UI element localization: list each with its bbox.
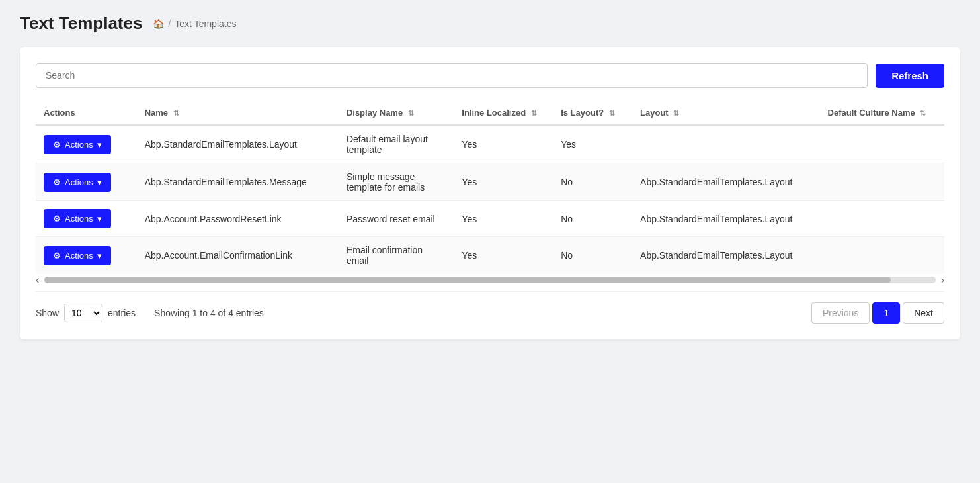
row-inline-cell: Yes	[454, 125, 553, 163]
horizontal-scrollbar[interactable]	[44, 277, 935, 283]
gear-icon	[53, 140, 61, 150]
row-defcult-cell	[820, 163, 944, 201]
actions-label: Actions	[65, 214, 93, 224]
row-name-cell: Abp.StandardEmailTemplates.Layout	[137, 125, 339, 163]
table-row: Actions Abp.Account.PasswordResetLink Pa…	[36, 201, 944, 237]
entries-label: entries	[108, 308, 136, 318]
actions-button[interactable]: Actions	[44, 246, 111, 265]
sort-icon-defcult[interactable]: ⇅	[920, 109, 926, 118]
col-header-layout: Layout ⇅	[632, 101, 819, 125]
main-card: Refresh Actions Name ⇅ Display Name ⇅	[20, 47, 960, 339]
row-inline-cell: Yes	[454, 237, 553, 275]
breadcrumb-separator: /	[168, 19, 171, 29]
caret-icon	[97, 140, 102, 150]
gear-icon	[53, 177, 61, 187]
row-actions-cell: Actions	[36, 201, 137, 237]
gear-icon	[53, 214, 61, 224]
table-row: Actions Abp.StandardEmailTemplates.Messa…	[36, 163, 944, 201]
sort-icon-inline[interactable]: ⇅	[531, 109, 537, 118]
sort-icon-layout[interactable]: ⇅	[673, 109, 679, 118]
row-display-cell: Default email layout template	[339, 125, 454, 163]
row-layout-cell: Abp.StandardEmailTemplates.Layout	[632, 163, 819, 201]
row-layout-cell: Abp.StandardEmailTemplates.Layout	[632, 201, 819, 237]
breadcrumb-home-icon[interactable]: 🏠	[153, 19, 164, 29]
actions-button[interactable]: Actions	[44, 173, 111, 192]
table-header-row: Actions Name ⇅ Display Name ⇅ Inline Loc…	[36, 101, 944, 125]
actions-label: Actions	[65, 177, 93, 187]
table-footer: Show 10 25 50 100 entries Showing 1 to 4…	[36, 291, 944, 324]
row-name-cell: Abp.Account.PasswordResetLink	[137, 201, 339, 237]
page-header: Text Templates 🏠 / Text Templates	[0, 0, 980, 40]
next-button[interactable]: Next	[903, 302, 944, 324]
row-layout-cell: Abp.StandardEmailTemplates.Layout	[632, 237, 819, 275]
row-islayout-cell: Yes	[553, 125, 632, 163]
row-name-cell: Abp.Account.EmailConfirmationLink	[137, 237, 339, 275]
row-defcult-cell	[820, 237, 944, 275]
scroll-left-arrow[interactable]: ‹	[36, 274, 39, 286]
col-header-display-name: Display Name ⇅	[339, 101, 454, 125]
row-actions-cell: Actions	[36, 125, 137, 163]
refresh-button[interactable]: Refresh	[876, 64, 944, 88]
row-actions-cell: Actions	[36, 237, 137, 275]
row-layout-cell	[632, 125, 819, 163]
sort-icon-islayout[interactable]: ⇅	[609, 109, 615, 118]
table-scroll-wrapper: Actions Name ⇅ Display Name ⇅ Inline Loc…	[36, 101, 944, 274]
actions-button[interactable]: Actions	[44, 135, 111, 154]
scrollbar-thumb	[44, 277, 891, 283]
col-header-default-culture: Default Culture Name ⇅	[820, 101, 944, 125]
col-header-name: Name ⇅	[137, 101, 339, 125]
show-entries: Show 10 25 50 100 entries Showing 1 to 4…	[36, 304, 264, 322]
scrollbar-row: ‹ ›	[36, 274, 944, 286]
row-display-cell: Simple message template for emails	[339, 163, 454, 201]
show-label: Show	[36, 308, 59, 318]
toolbar: Refresh	[36, 63, 944, 88]
previous-button[interactable]: Previous	[811, 302, 870, 324]
pagination: Previous 1 Next	[811, 302, 944, 324]
search-input[interactable]	[36, 63, 868, 88]
col-header-actions: Actions	[36, 101, 137, 125]
row-islayout-cell: No	[553, 237, 632, 275]
row-islayout-cell: No	[553, 201, 632, 237]
caret-icon	[97, 177, 102, 187]
sort-icon-display[interactable]: ⇅	[408, 109, 414, 118]
page-title: Text Templates	[20, 13, 142, 34]
row-name-cell: Abp.StandardEmailTemplates.Message	[137, 163, 339, 201]
caret-icon	[97, 214, 102, 224]
table-row: Actions Abp.Account.EmailConfirmationLin…	[36, 237, 944, 275]
breadcrumb-current: Text Templates	[175, 19, 236, 29]
row-islayout-cell: No	[553, 163, 632, 201]
row-display-cell: Password reset email	[339, 201, 454, 237]
entries-select[interactable]: 10 25 50 100	[64, 304, 102, 322]
row-defcult-cell	[820, 125, 944, 163]
table-body: Actions Abp.StandardEmailTemplates.Layou…	[36, 125, 944, 274]
scroll-right-arrow[interactable]: ›	[941, 274, 944, 286]
row-inline-cell: Yes	[454, 163, 553, 201]
table-row: Actions Abp.StandardEmailTemplates.Layou…	[36, 125, 944, 163]
actions-label: Actions	[65, 251, 93, 261]
caret-icon	[97, 251, 102, 261]
breadcrumb: 🏠 / Text Templates	[153, 19, 236, 29]
row-inline-cell: Yes	[454, 201, 553, 237]
data-table: Actions Name ⇅ Display Name ⇅ Inline Loc…	[36, 101, 944, 274]
page-1-button[interactable]: 1	[872, 302, 900, 324]
showing-text: Showing 1 to 4 of 4 entries	[154, 308, 264, 318]
gear-icon	[53, 251, 61, 261]
row-defcult-cell	[820, 201, 944, 237]
row-actions-cell: Actions	[36, 163, 137, 201]
actions-button[interactable]: Actions	[44, 209, 111, 228]
col-header-inline-localized: Inline Localized ⇅	[454, 101, 553, 125]
sort-icon-name[interactable]: ⇅	[173, 109, 179, 118]
col-header-is-layout: Is Layout? ⇅	[553, 101, 632, 125]
actions-label: Actions	[65, 140, 93, 150]
row-display-cell: Email confirmation email	[339, 237, 454, 275]
